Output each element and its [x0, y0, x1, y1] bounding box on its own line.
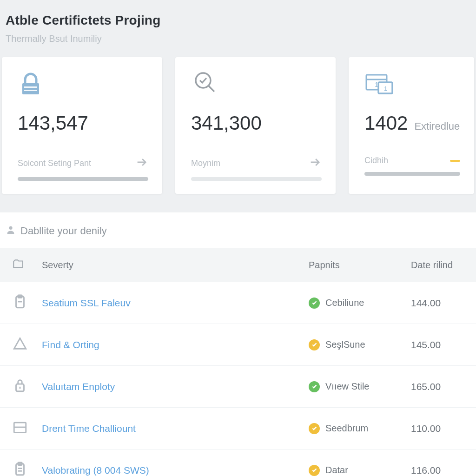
arrow-right-icon — [135, 156, 148, 171]
stat-value-1: 143,547 — [18, 112, 88, 134]
stat-footer-3[interactable]: Cidhih — [364, 156, 460, 165]
table-title: Dabllite your denily — [0, 212, 476, 248]
page-title: Atble Certifictets Projing — [6, 13, 470, 28]
stat-card-2: 341,300 Moynim — [175, 57, 336, 194]
row-severity-link[interactable]: Valuıtam Enploty — [42, 381, 115, 392]
col-icon-header — [0, 258, 42, 272]
stat-progress-1 — [18, 177, 148, 181]
window-icon — [0, 419, 42, 437]
stat-footer-1[interactable]: Soicont Seting Pant — [18, 156, 148, 171]
table-row[interactable]: Find & Orting SeşlSune 145.00 — [0, 324, 476, 366]
row-papnits: Vııew Stile — [325, 381, 369, 392]
status-dot-icon — [309, 465, 320, 476]
stat-suffix-3: Extiredlue — [414, 120, 460, 132]
table-row[interactable]: Valuıtam Enploty Vııew Stile 165.00 — [0, 366, 476, 408]
col-date-header[interactable]: Date rilind — [411, 260, 476, 271]
stat-value-2: 341,300 — [191, 112, 262, 134]
table-header: Severty Papnits Date rilind — [0, 248, 476, 282]
lock2-icon — [0, 377, 42, 396]
accent-dash-icon — [450, 160, 460, 162]
windows-icon: 1 1 — [364, 68, 460, 97]
col-papnits-header[interactable]: Papnits — [309, 260, 411, 271]
status-dot-icon — [309, 423, 320, 434]
stat-value-3: 1402 — [364, 112, 408, 134]
stat-card-1: 143,547 Soicont Seting Pant — [2, 57, 162, 194]
stat-progress-3 — [364, 172, 460, 176]
status-dot-icon — [309, 339, 320, 350]
row-papnits: Cebiliune — [325, 298, 364, 308]
user-icon — [6, 225, 16, 238]
row-papnits: SeşlSune — [325, 339, 365, 350]
magnify-check-icon — [191, 68, 322, 97]
table-row[interactable]: Drent Time Challiount Seedbrum 110.00 — [0, 408, 476, 450]
lock-icon — [18, 68, 148, 97]
status-dot-icon — [309, 298, 320, 309]
stat-footer-2[interactable]: Moynim — [191, 156, 322, 171]
row-severity-link[interactable]: Find & Orting — [42, 339, 99, 350]
clipboard-icon — [0, 461, 42, 476]
triangle-icon — [0, 336, 42, 354]
svg-text:1: 1 — [375, 81, 378, 88]
row-date: 145.00 — [411, 339, 441, 350]
stat-footer-label-2: Moynim — [191, 159, 220, 168]
status-dot-icon — [309, 381, 320, 392]
stat-footer-label-3: Cidhih — [364, 156, 388, 165]
row-severity-link[interactable]: Drent Time Challiount — [42, 423, 136, 434]
svg-text:1: 1 — [384, 85, 387, 92]
col-severity-header[interactable]: Severty — [42, 260, 309, 271]
table-row[interactable]: Valobrating (8 004 SWS) Datar 116.00 — [0, 450, 476, 476]
badge-icon — [0, 294, 42, 312]
stat-progress-2 — [191, 177, 322, 181]
page-subtitle: Thermally Bsut Inumiliy — [6, 33, 470, 44]
row-papnits: Seedbrum — [325, 423, 368, 434]
svg-rect-1 — [24, 86, 37, 88]
svg-point-3 — [196, 73, 211, 88]
row-date: 116.00 — [411, 465, 441, 476]
stat-footer-label-1: Soicont Seting Pant — [18, 159, 91, 168]
row-severity-link[interactable]: Seatium SSL Faleuv — [42, 298, 131, 308]
table-title-label: Dabllite your denily — [20, 225, 107, 237]
arrow-right-icon — [309, 156, 322, 171]
svg-rect-2 — [24, 90, 37, 91]
svg-rect-0 — [22, 83, 39, 94]
row-date: 110.00 — [411, 423, 441, 434]
stat-card-3: 1 1 1402 Extiredlue Cidhih — [349, 57, 474, 194]
row-papnits: Datar — [325, 465, 348, 476]
row-date: 144.00 — [411, 298, 441, 308]
row-severity-link[interactable]: Valobrating (8 004 SWS) — [42, 465, 149, 476]
row-date: 165.00 — [411, 381, 441, 392]
table-row[interactable]: Seatium SSL Faleuv Cebiliune 144.00 — [0, 282, 476, 324]
